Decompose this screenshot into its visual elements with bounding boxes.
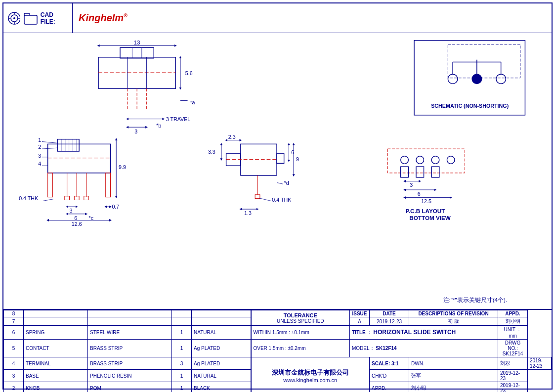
bom-parts-4: TERMINAL: [24, 357, 88, 370]
svg-text:3: 3: [38, 153, 41, 159]
appd2-date: 2019-12-23: [498, 382, 528, 392]
dwn-date: 2019-12-23: [528, 357, 552, 370]
within-tolerance: WITHIN 1.5mm : ±0.1mm: [251, 326, 350, 340]
bom-mat-8: [88, 310, 172, 317]
bom-mat-7: [88, 317, 172, 326]
appd-header: APPD.: [498, 310, 528, 317]
svg-text:BOTTOM VIEW: BOTTOM VIEW: [409, 215, 451, 221]
bom-no-2: 2: [4, 382, 24, 392]
cad-file-label: CAD FILE:: [41, 11, 68, 25]
svg-text:2.3: 2.3: [228, 134, 236, 140]
bom-mat-2: POM: [88, 382, 172, 392]
bom-qty-6: 1: [172, 326, 192, 340]
bom-qty-5: 1: [172, 340, 192, 357]
front-view: 1 2 3 4 9.9 0.4 THK 3 0.7: [19, 136, 126, 227]
svg-text:9: 9: [296, 156, 299, 162]
svg-text:6: 6: [418, 191, 421, 197]
svg-line-46: [42, 141, 57, 143]
svg-text:3: 3: [410, 182, 413, 188]
target-icon: [7, 11, 20, 25]
bom-no-6: 6: [4, 326, 24, 340]
svg-rect-93: [431, 167, 439, 177]
svg-text:3.3: 3.3: [208, 149, 215, 155]
initial-version: 初 版: [409, 317, 498, 326]
main-drawing-svg: 13 5.6 *a 3 TRAVEL *b 3: [3, 33, 552, 309]
bom-table: 8 TOLERANCE UNLESS SPECIFIED ISSUE DATE …: [3, 309, 552, 389]
svg-line-83: [259, 198, 271, 201]
svg-text:9.9: 9.9: [119, 164, 126, 170]
bom-qty-3: 1: [172, 370, 192, 382]
svg-text:*c: *c: [89, 215, 94, 221]
desc-header: DESCRIPTIONS OF REVISION: [409, 310, 498, 317]
svg-text:4: 4: [38, 161, 41, 167]
svg-text:5.6: 5.6: [185, 70, 193, 76]
bom-mat-5: BRASS STRIP: [88, 340, 172, 357]
bom-parts-6: SPRING: [24, 326, 88, 340]
side-view: 2.3 3.3 6 9 *d 0.4 THK 1.3: [208, 134, 299, 216]
tolerance-title: TOLERANCE: [254, 312, 348, 318]
tolerance-block: TOLERANCE UNLESS SPECIFIED: [251, 310, 350, 326]
cad-icon-area: CAD FILE:: [3, 3, 73, 33]
bom-parts-5: CONTACT: [24, 340, 88, 357]
svg-rect-43: [48, 173, 53, 197]
svg-rect-30: [57, 139, 79, 151]
svg-rect-66: [241, 144, 277, 175]
bom-row-6: 6 SPRING STEEL WIRE 1 NATURAL WITHIN 1.5…: [4, 326, 552, 340]
pcb-layout: 3 6 12.5 P.C.B LAYOUT BOTTOM VIEW: [387, 149, 465, 220]
over-tolerance: OVER 1.5mm : ±0.2mm: [251, 340, 350, 357]
bom-fin-2: BLACK: [192, 382, 251, 392]
svg-text:P.C.B LAYOUT: P.C.B LAYOUT: [406, 208, 446, 214]
bom-fin-5: Ag PLATED: [192, 340, 251, 357]
bom-row-5: 5 CONTACT BRASS STRIP 1 Ag PLATED OVER 1…: [4, 340, 552, 357]
bom-no-4: 4: [4, 357, 24, 370]
bom-fin-6: NATURAL: [192, 326, 251, 340]
chkd-label: CHK'D: [370, 370, 409, 382]
unit-cell: UNIT ： mm: [498, 326, 528, 340]
bom-no-5: 5: [4, 340, 24, 357]
bom-no-8: 8: [4, 310, 24, 317]
bom-row-8: 8 TOLERANCE UNLESS SPECIFIED ISSUE DATE …: [4, 310, 552, 317]
company-cn: 深圳市金航标电子有限公司: [254, 368, 368, 377]
title-row: TITLE ： HORIZONTAL SLIDE SWITCH: [350, 326, 498, 340]
bom-mat-3: PHENOLIC RESIN: [88, 370, 172, 382]
svg-text:3: 3: [134, 129, 137, 134]
svg-point-89: [431, 156, 439, 164]
svg-text:3 TRAVEL: 3 TRAVEL: [166, 116, 191, 122]
bom-qty-8: [172, 310, 192, 317]
bom-fin-4: Ag PLATED: [192, 357, 251, 370]
chkd-person: 张军: [409, 370, 498, 382]
svg-rect-7: [24, 15, 37, 24]
svg-point-87: [401, 156, 409, 164]
svg-line-81: [277, 182, 283, 184]
bom-no-7: 7: [4, 317, 24, 326]
model-row: MODEL： SK12F14: [350, 340, 498, 357]
company-logo: Kinghelm®: [73, 10, 133, 26]
bom-parts-8: [24, 310, 88, 317]
appd2-person: 刘小明: [409, 382, 498, 392]
svg-text:*a: *a: [190, 99, 195, 105]
svg-rect-103: [448, 44, 520, 78]
scale-cell: SCALE: 3:1: [370, 357, 409, 370]
date-a: 2019-12-23: [370, 317, 409, 326]
svg-rect-92: [416, 167, 424, 177]
dwn-person: 刘彩: [498, 357, 528, 370]
title-bar: CAD FILE: Kinghelm®: [3, 3, 552, 33]
svg-point-2: [13, 17, 15, 19]
dwn-label: DWN.: [409, 357, 498, 370]
svg-rect-8: [98, 57, 175, 88]
outer-border: CAD FILE: Kinghelm®: [2, 2, 553, 390]
drwg-cell: DRWG NO.: SK12F14: [498, 340, 528, 357]
issue-header: ISSUE: [350, 310, 370, 317]
bom-qty-2: 1: [172, 382, 192, 392]
svg-point-105: [472, 74, 482, 84]
bom-fin-7: [192, 317, 251, 326]
top-view: 13 5.6 *a 3 TRAVEL *b 3: [98, 39, 195, 134]
svg-point-104: [448, 74, 458, 84]
svg-rect-44: [106, 173, 111, 197]
company-web: www.kinghelm.com.cn: [254, 377, 368, 383]
svg-text:12.5: 12.5: [421, 198, 431, 204]
svg-text:0.7: 0.7: [112, 204, 119, 210]
svg-text:1: 1: [38, 136, 41, 142]
bom-no-3: 3: [4, 370, 24, 382]
appd2-label: APPD.: [370, 382, 409, 392]
